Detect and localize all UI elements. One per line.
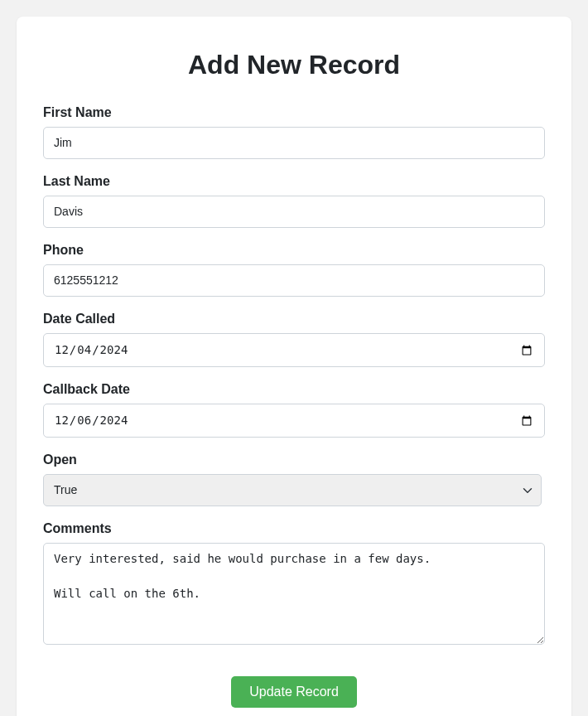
field-callback-date: Callback Date [43, 382, 545, 438]
field-first-name: First Name [43, 105, 545, 159]
record-form-card: Add New Record First Name Last Name Phon… [17, 17, 571, 716]
callback-date-label: Callback Date [43, 382, 545, 397]
comments-label: Comments [43, 521, 545, 536]
open-label: Open [43, 452, 542, 467]
date-called-label: Date Called [43, 312, 545, 327]
page-title: Add New Record [43, 50, 545, 80]
last-name-label: Last Name [43, 174, 545, 189]
field-phone: Phone [43, 243, 545, 297]
open-select[interactable]: True [43, 474, 542, 506]
phone-label: Phone [43, 243, 545, 258]
button-row: Update Record [43, 676, 545, 708]
field-date-called: Date Called [43, 312, 545, 367]
first-name-label: First Name [43, 105, 545, 120]
phone-input[interactable] [43, 264, 545, 297]
comments-textarea[interactable]: Very interested, said he would purchase … [43, 543, 545, 645]
field-last-name: Last Name [43, 174, 545, 228]
field-comments: Comments Very interested, said he would … [43, 521, 545, 648]
date-called-input[interactable] [43, 333, 545, 367]
field-open: Open True [43, 452, 542, 506]
update-record-button[interactable]: Update Record [231, 676, 357, 708]
callback-date-input[interactable] [43, 404, 545, 438]
first-name-input[interactable] [43, 127, 545, 159]
last-name-input[interactable] [43, 196, 545, 228]
